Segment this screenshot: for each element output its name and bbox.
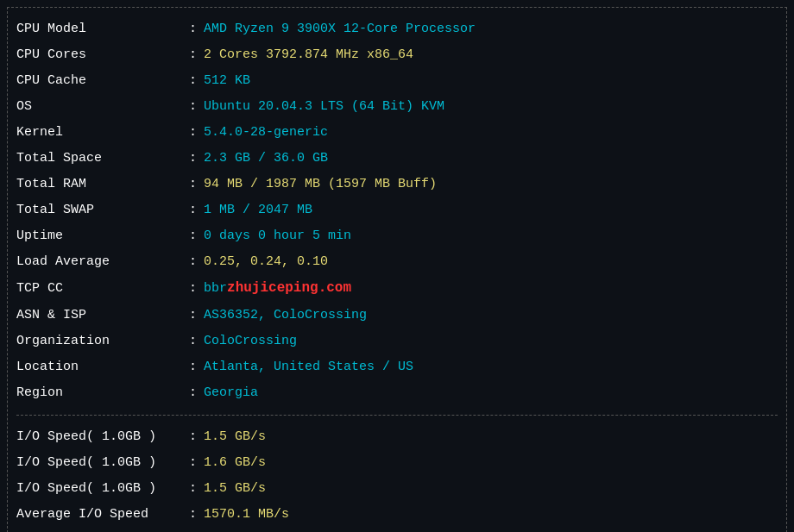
cpu-cache-colon: : [189, 71, 197, 91]
table-row: Total SWAP : 1 MB / 2047 MB [16, 197, 778, 223]
table-row: CPU Cores : 2 Cores 3792.874 MHz x86_64 [16, 42, 778, 68]
table-row: I/O Speed( 1.0GB ) : 1.5 GB/s [16, 424, 778, 450]
organization-colon: : [189, 331, 197, 352]
cpu-model-colon: : [189, 19, 197, 40]
cpu-cores-label: CPU Cores [16, 45, 189, 66]
avg-io-speed-label: Average I/O Speed [16, 504, 189, 525]
io-speed-2-value: 1.6 GB/s [204, 453, 266, 473]
table-row: Region : Georgia [16, 380, 778, 406]
table-row: Average I/O Speed : 1570.1 MB/s [16, 502, 778, 528]
table-row: ASN & ISP : AS36352, ColoCrossing [16, 303, 778, 329]
os-label: OS [16, 97, 189, 117]
table-row: TCP CC : bbrzhujiceping.com [16, 275, 778, 303]
load-average-value: 0.25, 0.24, 0.10 [204, 252, 328, 272]
cpu-cache-value: 512 KB [204, 71, 250, 91]
io-speed-1-colon: : [189, 427, 197, 448]
main-container: CPU Model : AMD Ryzen 9 3900X 12-Core Pr… [7, 7, 787, 532]
load-average-label: Load Average [16, 252, 189, 272]
table-row: Kernel : 5.4.0-28-generic [16, 120, 778, 146]
kernel-label: Kernel [16, 122, 189, 143]
uptime-colon: : [189, 226, 197, 247]
table-row: Organization : ColoCrossing [16, 329, 778, 354]
asn-isp-value: AS36352, ColoCrossing [204, 305, 367, 326]
total-ram-label: Total RAM [16, 174, 189, 195]
organization-value: ColoCrossing [204, 331, 297, 352]
os-colon: : [189, 97, 197, 117]
io-speed-1-value: 1.5 GB/s [204, 427, 266, 448]
avg-io-speed-value: 1570.1 MB/s [204, 504, 289, 525]
system-info-section: CPU Model : AMD Ryzen 9 3900X 12-Core Pr… [16, 13, 778, 410]
section-divider [16, 415, 778, 416]
io-speed-2-colon: : [189, 453, 197, 473]
load-average-colon: : [189, 252, 197, 272]
tcp-cc-colon: : [189, 279, 197, 299]
cpu-cache-label: CPU Cache [16, 71, 189, 91]
asn-isp-colon: : [189, 305, 197, 326]
total-swap-colon: : [189, 200, 197, 221]
kernel-value: 5.4.0-28-generic [204, 122, 328, 143]
io-speed-2-label: I/O Speed( 1.0GB ) [16, 453, 189, 473]
avg-io-speed-colon: : [189, 504, 197, 525]
table-row: CPU Model : AMD Ryzen 9 3900X 12-Core Pr… [16, 16, 778, 42]
cpu-cores-colon: : [189, 45, 197, 66]
tcp-cc-value: bbr [204, 279, 227, 299]
table-row: OS : Ubuntu 20.04.3 LTS (64 Bit) KVM [16, 94, 778, 120]
region-value: Georgia [204, 383, 258, 404]
total-space-label: Total Space [16, 148, 189, 169]
cpu-model-value: AMD Ryzen 9 3900X 12-Core Processor [204, 19, 476, 40]
location-label: Location [16, 357, 189, 378]
total-space-value: 2.3 GB / 36.0 GB [204, 148, 328, 169]
watermark-text: zhujiceping.com [227, 278, 351, 300]
total-swap-value: 1 MB / 2047 MB [204, 200, 312, 221]
io-speed-3-colon: : [189, 479, 197, 499]
table-row: I/O Speed( 1.0GB ) : 1.6 GB/s [16, 450, 778, 476]
uptime-value: 0 days 0 hour 5 min [204, 226, 351, 247]
total-swap-label: Total SWAP [16, 200, 189, 221]
region-label: Region [16, 383, 189, 404]
kernel-colon: : [189, 122, 197, 143]
tcp-cc-label: TCP CC [16, 279, 189, 299]
total-ram-colon: : [189, 174, 197, 195]
total-space-colon: : [189, 148, 197, 169]
region-colon: : [189, 383, 197, 404]
table-row: CPU Cache : 512 KB [16, 68, 778, 94]
asn-isp-label: ASN & ISP [16, 305, 189, 326]
cpu-cores-value: 2 Cores 3792.874 MHz x86_64 [204, 45, 413, 66]
table-row: Total RAM : 94 MB / 1987 MB (1597 MB Buf… [16, 172, 778, 197]
io-speed-1-label: I/O Speed( 1.0GB ) [16, 427, 189, 448]
uptime-label: Uptime [16, 226, 189, 247]
io-speed-3-value: 1.5 GB/s [204, 479, 266, 499]
total-ram-value: 94 MB / 1987 MB (1597 MB Buff) [204, 174, 437, 195]
table-row: Load Average : 0.25, 0.24, 0.10 [16, 249, 778, 275]
os-value: Ubuntu 20.04.3 LTS (64 Bit) KVM [204, 97, 444, 117]
table-row: I/O Speed( 1.0GB ) : 1.5 GB/s [16, 476, 778, 502]
table-row: Total Space : 2.3 GB / 36.0 GB [16, 146, 778, 172]
cpu-model-label: CPU Model [16, 19, 189, 40]
io-speed-3-label: I/O Speed( 1.0GB ) [16, 479, 189, 499]
location-colon: : [189, 357, 197, 378]
table-row: Location : Atlanta, United States / US [16, 354, 778, 380]
table-row: Uptime : 0 days 0 hour 5 min [16, 223, 778, 249]
organization-label: Organization [16, 331, 189, 352]
io-speed-section: I/O Speed( 1.0GB ) : 1.5 GB/s I/O Speed(… [16, 421, 778, 531]
location-value: Atlanta, United States / US [204, 357, 413, 378]
